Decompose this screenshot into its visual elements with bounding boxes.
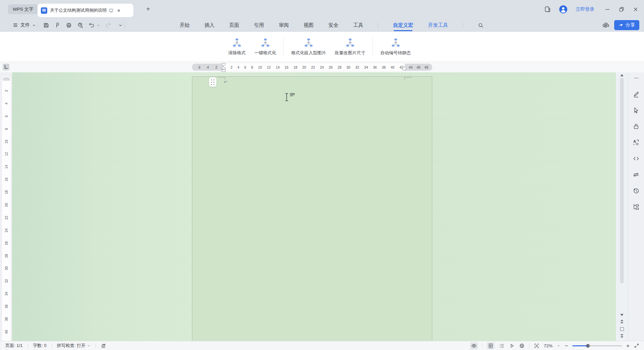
- document-canvas[interactable]: ↵: [12, 72, 616, 341]
- vertical-ruler-margin-cap: [3, 77, 10, 81]
- collapse-sidebar-icon[interactable]: [633, 74, 640, 82]
- tab-reference[interactable]: 引用: [254, 18, 264, 32]
- file-menu-button[interactable]: 文件: [13, 18, 36, 32]
- divider: [27, 344, 28, 348]
- macro-button-format-inline-images[interactable]: 格式化嵌入型图片: [287, 38, 330, 56]
- globe-icon: [519, 343, 525, 349]
- select-cursor-icon[interactable]: [633, 107, 640, 114]
- close-button[interactable]: [633, 6, 639, 12]
- document-tab[interactable]: W 关于公文结构测试用例的说明: [38, 4, 133, 17]
- scroll-down-arrow-icon[interactable]: [620, 314, 624, 316]
- outline-pane-icon[interactable]: [633, 203, 640, 210]
- ruler-number: 38: [4, 317, 8, 321]
- eye-protection-toggle[interactable]: [470, 342, 478, 349]
- document-page[interactable]: ↵: [192, 76, 432, 341]
- spellcheck-toggle[interactable]: 拼写检查: 打开: [57, 343, 90, 349]
- macro-button-auto-number-to-static[interactable]: 自动编号转静态: [376, 38, 415, 56]
- read-mode-button[interactable]: [509, 343, 515, 349]
- divider: [373, 37, 373, 57]
- new-tab-button[interactable]: +: [143, 4, 153, 14]
- select-browse-object-button[interactable]: [620, 327, 624, 331]
- vertical-ruler[interactable]: 246810121416182022242628303234363840: [2, 76, 11, 341]
- toolbar-more-chevron-icon[interactable]: [118, 23, 123, 27]
- restore-button[interactable]: [619, 6, 625, 12]
- divider: [125, 22, 125, 28]
- chevron-down-icon: [32, 23, 36, 27]
- ruler-number: 14: [4, 165, 8, 169]
- lock-protect-icon[interactable]: [633, 123, 640, 130]
- zoom-level[interactable]: 72%: [544, 343, 553, 348]
- fullscreen-button[interactable]: [634, 343, 639, 348]
- ruler-right-margin: 444648: [405, 64, 432, 71]
- search-icon[interactable]: [478, 22, 484, 28]
- avatar[interactable]: [559, 5, 568, 14]
- zoom-dropdown-chevron-icon[interactable]: [557, 344, 560, 347]
- page-indicator[interactable]: 页面: 1/1: [5, 343, 22, 349]
- tab-security[interactable]: 安全: [328, 18, 338, 32]
- vertical-scrollbar[interactable]: [616, 72, 628, 341]
- macro-button-label: 自动编号转静态: [380, 50, 411, 56]
- ruler-number: 18: [4, 190, 8, 194]
- minimize-button[interactable]: [604, 6, 610, 12]
- first-line-indent-marker[interactable]: [221, 63, 226, 66]
- org-chart-icon: [232, 38, 242, 48]
- scrollbar-thumb[interactable]: [620, 78, 624, 283]
- paragraph-drag-handle[interactable]: [209, 77, 216, 87]
- page-view-button[interactable]: [487, 342, 495, 349]
- outline-view-button[interactable]: [499, 343, 505, 349]
- tab-page[interactable]: 页面: [229, 18, 239, 32]
- web-layout-button[interactable]: [519, 343, 525, 349]
- code-view-icon[interactable]: [633, 155, 640, 162]
- translate-icon[interactable]: A中: [633, 139, 640, 146]
- redo-icon[interactable]: [105, 22, 111, 28]
- macro-button-batch-resize-images[interactable]: 批量改图片尺寸: [330, 38, 370, 56]
- tab-home[interactable]: 开始: [180, 18, 190, 32]
- pen-annotate-icon[interactable]: [633, 90, 640, 98]
- zoom-slider-handle[interactable]: [586, 344, 590, 348]
- scroll-up-arrow-icon[interactable]: [620, 74, 624, 76]
- tab-tools[interactable]: 工具: [353, 18, 363, 32]
- devices-icon[interactable]: [544, 6, 551, 13]
- previous-page-button[interactable]: [620, 320, 624, 324]
- ruler-number: 16: [4, 178, 8, 182]
- word-count[interactable]: 字数: 0: [33, 343, 46, 349]
- print-icon[interactable]: [66, 22, 72, 28]
- history-icon[interactable]: [633, 187, 640, 194]
- tab-insert[interactable]: 插入: [204, 18, 214, 32]
- macro-button-clear-format[interactable]: 清除格式: [224, 38, 250, 56]
- save-icon[interactable]: [43, 22, 49, 28]
- divider: [378, 22, 378, 28]
- tab-dev-tools[interactable]: 开发工具: [428, 18, 448, 32]
- tab-view[interactable]: 视图: [304, 18, 314, 32]
- left-indent-marker[interactable]: [221, 69, 226, 72]
- seal-icon[interactable]: [101, 343, 107, 349]
- zoom-out-button[interactable]: −: [565, 343, 568, 349]
- settings-sliders-icon[interactable]: [633, 171, 640, 178]
- app-menu-button[interactable]: WPS 文字: [8, 4, 38, 14]
- right-indent-marker[interactable]: [402, 66, 406, 70]
- tab-review[interactable]: 审阅: [279, 18, 289, 32]
- monitor-icon: [109, 8, 114, 13]
- ruler-number: 12: [267, 65, 271, 69]
- tab-stop-selector[interactable]: [3, 64, 9, 70]
- macro-button-one-click-format[interactable]: 一键格式化: [250, 38, 280, 56]
- login-link[interactable]: 立即登录: [576, 6, 594, 12]
- zoom-slider[interactable]: [572, 345, 622, 346]
- ruler-number: 26: [329, 65, 333, 69]
- ruler-number: 48: [425, 65, 429, 69]
- next-page-button[interactable]: [620, 334, 624, 339]
- upload-cloud-icon[interactable]: [602, 21, 609, 29]
- fit-page-button[interactable]: [534, 343, 539, 349]
- undo-dropdown-chevron-icon[interactable]: [97, 24, 100, 27]
- ruler-number: 28: [338, 65, 342, 69]
- export-pdf-icon[interactable]: [54, 22, 61, 28]
- print-preview-icon[interactable]: [77, 22, 83, 28]
- horizontal-ruler[interactable]: 642 246810121416182022242628303234363840…: [192, 64, 432, 71]
- share-button[interactable]: 分享: [614, 20, 639, 30]
- zoom-in-button[interactable]: +: [626, 343, 630, 349]
- hanging-indent-marker[interactable]: [221, 66, 226, 69]
- tab-custom-macro[interactable]: 自定义宏: [393, 18, 413, 32]
- ruler-number: 4: [238, 65, 240, 69]
- undo-icon[interactable]: [88, 22, 95, 28]
- divider: [482, 344, 482, 348]
